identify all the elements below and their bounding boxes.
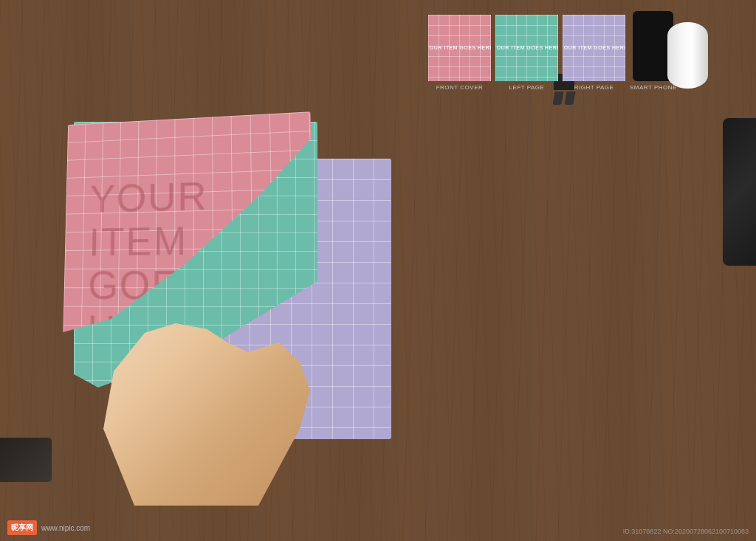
phone-edge — [723, 118, 756, 266]
thumbnail-front-cover[interactable]: YOUR ITEM GOES HERE FRONT COVER — [428, 15, 491, 91]
watermark-logo: 昵享网 — [7, 520, 37, 535]
clip-handle-right — [564, 92, 575, 105]
clip-handles — [554, 92, 576, 105]
thumb-box-purple: YOUR ITEM GOES HERE — [563, 15, 625, 81]
thumb-teal-text: YOUR ITEM GOES HERE — [495, 44, 558, 51]
thumbnail-left-page[interactable]: YOUR ITEM GOES HERE LEFT PAGE — [495, 15, 558, 91]
thumb-front-cover-label: FRONT COVER — [436, 84, 484, 91]
thumbnails-container: YOUR ITEM GOES HERE FRONT COVER YOUR ITE… — [428, 11, 677, 91]
clip-handle-left — [552, 92, 563, 105]
thumb-smart-phone-label: SMART PHONE — [630, 84, 677, 91]
thumbnail-right-page[interactable]: YOUR ITEM GOES HERE RIGHT PAGE — [563, 15, 625, 91]
thumb-box-teal: YOUR ITEM GOES HERE — [495, 15, 558, 81]
id-info: ID:31078822 NO:20200728062100710083 — [623, 528, 749, 535]
thumb-pink-text: YOUR ITEM GOES HERE — [428, 44, 491, 51]
thumb-right-page-label: RIGHT PAGE — [574, 84, 614, 91]
cylinder-object — [667, 22, 708, 89]
watermark-site: www.nipic.com — [41, 524, 90, 532]
mockup-area: HERE GOESHERE YOUR ITEMGOESHERE — [59, 114, 517, 506]
thumb-box-pink: YOUR ITEM GOES HERE — [428, 15, 491, 81]
watermark: 昵享网 www.nipic.com — [7, 520, 90, 535]
thumb-left-page-label: LEFT PAGE — [509, 84, 545, 91]
dark-object — [0, 438, 52, 482]
thumb-purple-text: YOUR ITEM GOES HERE — [563, 44, 625, 51]
